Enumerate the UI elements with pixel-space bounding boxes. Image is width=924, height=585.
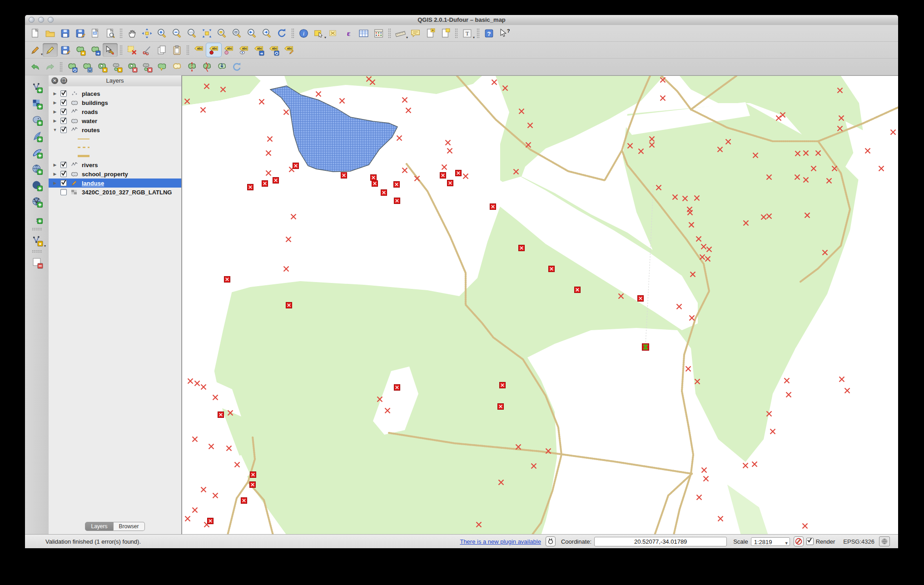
map-tips-button[interactable] bbox=[408, 26, 423, 40]
label-rotate-button[interactable]: abc bbox=[266, 43, 281, 57]
zoom-to-layer-button[interactable] bbox=[229, 26, 244, 40]
layer-visibility-checkbox[interactable] bbox=[60, 90, 67, 97]
topology-error-marker[interactable] bbox=[293, 163, 299, 169]
add-feature-button[interactable]: ★ bbox=[73, 43, 88, 57]
reshape-features-button[interactable] bbox=[154, 60, 169, 74]
remove-layer-button[interactable] bbox=[28, 254, 46, 271]
topology-error-marker[interactable] bbox=[500, 382, 506, 388]
expand-icon[interactable]: ▶ bbox=[52, 100, 58, 105]
expand-icon[interactable]: ▶ bbox=[52, 91, 58, 96]
offset-curve-button[interactable] bbox=[169, 60, 184, 74]
add-mssql-layer-button[interactable] bbox=[28, 144, 46, 161]
layer-visibility-checkbox[interactable] bbox=[60, 162, 67, 168]
simplify-feature-button[interactable] bbox=[79, 60, 94, 74]
zoom-full-button[interactable] bbox=[199, 26, 214, 40]
save-project-button[interactable] bbox=[58, 26, 73, 40]
undo-button[interactable] bbox=[28, 60, 43, 74]
zoom-next-button[interactable] bbox=[259, 26, 274, 40]
stop-rendering-icon[interactable] bbox=[794, 536, 804, 546]
layer-item-rivers[interactable]: ▶rivers bbox=[49, 160, 181, 169]
label-hold-button[interactable]: abc bbox=[221, 43, 236, 57]
topology-error-marker[interactable] bbox=[273, 178, 279, 183]
layer-item-water[interactable]: ▶water bbox=[49, 116, 181, 125]
toggle-editing-button[interactable] bbox=[43, 43, 58, 57]
delete-selected-button[interactable] bbox=[124, 43, 139, 57]
topology-error-marker[interactable] bbox=[519, 245, 525, 251]
rotate-point-symbols-button[interactable] bbox=[229, 60, 244, 74]
topology-error-marker[interactable] bbox=[286, 302, 292, 308]
topology-error-marker[interactable] bbox=[456, 170, 462, 176]
zoom-last-button[interactable] bbox=[244, 26, 259, 40]
layer-item-buildings[interactable]: ▶buildings bbox=[49, 98, 181, 107]
merge-features-button[interactable] bbox=[214, 60, 229, 74]
label-move-button[interactable]: abc bbox=[251, 43, 266, 57]
topology-error-marker[interactable] bbox=[208, 518, 214, 524]
zoom-out-button[interactable] bbox=[169, 26, 184, 40]
topology-error-marker[interactable] bbox=[490, 204, 496, 210]
identify-features-button[interactable]: i bbox=[296, 26, 311, 40]
copy-features-button[interactable] bbox=[154, 43, 169, 57]
label-properties-button[interactable]: abc bbox=[281, 43, 296, 57]
refresh-map-button[interactable] bbox=[274, 26, 289, 40]
new-plugin-link[interactable]: There is a new plugin available bbox=[460, 538, 541, 545]
scale-combo[interactable]: 1:2819▼ bbox=[751, 537, 790, 546]
add-spatialite-layer-button[interactable] bbox=[28, 128, 46, 144]
show-bookmarks-button[interactable] bbox=[438, 26, 453, 40]
chevron-down-icon[interactable]: ▾ bbox=[44, 244, 46, 248]
chevron-down-icon[interactable]: ▾ bbox=[473, 35, 475, 40]
text-annotation-button[interactable]: T▾ bbox=[460, 26, 475, 40]
add-delimited-text-layer-button[interactable]: , bbox=[28, 210, 46, 226]
layer-visibility-checkbox[interactable] bbox=[60, 171, 67, 177]
expand-icon[interactable]: ▶ bbox=[52, 163, 58, 167]
add-part-button[interactable]: ★ bbox=[109, 60, 124, 74]
topology-error-marker[interactable] bbox=[250, 472, 256, 478]
topology-error-marker[interactable] bbox=[447, 180, 453, 186]
rotate-feature-button[interactable] bbox=[65, 60, 79, 74]
split-parts-button[interactable] bbox=[199, 60, 214, 74]
map-canvas[interactable] bbox=[182, 75, 898, 535]
topology-error-marker[interactable] bbox=[394, 198, 400, 204]
layer-visibility-checkbox[interactable] bbox=[60, 109, 67, 115]
expand-icon[interactable]: ▶ bbox=[52, 119, 58, 123]
layer-item-landuse[interactable]: ▶landuse bbox=[49, 178, 181, 188]
layer-item-roads[interactable]: ▶roads bbox=[49, 107, 181, 116]
deselect-features-button[interactable] bbox=[326, 26, 341, 40]
symbology-item-line-thick[interactable] bbox=[49, 152, 181, 160]
layer-visibility-checkbox[interactable] bbox=[60, 99, 67, 106]
topology-error-marker[interactable] bbox=[394, 182, 400, 188]
tab-layers[interactable]: Layers bbox=[85, 522, 113, 531]
add-wcs-layer-button[interactable] bbox=[28, 177, 46, 193]
current-edits-button[interactable]: ▾ bbox=[28, 43, 43, 57]
coordinate-input[interactable]: 20.52077,-34.01789 bbox=[594, 537, 727, 546]
layer-visibility-checkbox[interactable] bbox=[60, 180, 67, 186]
delete-ring-button[interactable] bbox=[124, 60, 139, 74]
symbology-item-line-solid[interactable] bbox=[49, 134, 181, 143]
add-wms-layer-button[interactable] bbox=[28, 161, 46, 177]
new-project-button[interactable] bbox=[28, 26, 43, 40]
new-shapefile-layer-button[interactable]: ★▾ bbox=[28, 232, 46, 248]
pan-to-selection-button[interactable] bbox=[139, 26, 154, 40]
topology-error-marker[interactable] bbox=[224, 277, 230, 283]
new-bookmark-button[interactable] bbox=[423, 26, 438, 40]
topology-error-marker[interactable] bbox=[381, 190, 387, 196]
redo-button[interactable] bbox=[43, 60, 58, 74]
topology-error-marker[interactable] bbox=[549, 266, 555, 272]
select-by-expression-button[interactable]: ε bbox=[341, 26, 356, 40]
add-postgis-layer-button[interactable] bbox=[28, 112, 46, 128]
save-layer-edits-button[interactable] bbox=[58, 43, 73, 57]
plugin-manager-icon[interactable] bbox=[546, 536, 556, 546]
pan-map-button[interactable] bbox=[124, 26, 139, 40]
zoom-in-button[interactable] bbox=[154, 26, 169, 40]
expand-icon[interactable]: ▶ bbox=[52, 181, 58, 185]
label-pin-unpin-button[interactable]: abc bbox=[206, 43, 221, 57]
delete-part-button[interactable] bbox=[139, 60, 154, 74]
split-features-button[interactable] bbox=[184, 60, 199, 74]
cut-features-button[interactable] bbox=[139, 43, 154, 57]
move-feature-button[interactable] bbox=[88, 43, 103, 57]
measure-line-button[interactable]: ▾ bbox=[393, 26, 408, 40]
topology-error-marker[interactable] bbox=[394, 385, 400, 391]
open-project-button[interactable] bbox=[43, 26, 58, 40]
zoom-actual-size-button[interactable]: 1:1 bbox=[184, 26, 199, 40]
topology-error-marker[interactable] bbox=[575, 287, 581, 293]
field-calculator-button[interactable] bbox=[371, 26, 386, 40]
